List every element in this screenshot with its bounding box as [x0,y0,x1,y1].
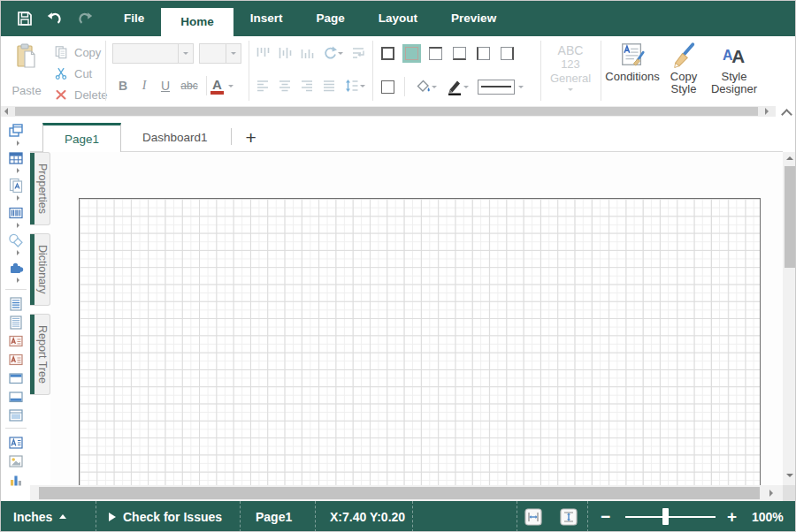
border-none-button[interactable] [402,44,421,63]
copy-style-button[interactable]: Copy Style [664,40,703,103]
toolbox-item-panel[interactable] [1,406,30,424]
horizontal-scrollbar-thumb[interactable] [39,487,760,499]
strikethrough-button[interactable]: abc [176,75,203,96]
border-bottom-button[interactable] [450,44,469,63]
fill-color-button[interactable] [412,78,439,95]
toolbox-item-topband[interactable] [1,369,30,387]
check-for-issues-button[interactable]: Check for Issues [109,501,222,532]
align-middle-button[interactable] [276,44,294,62]
add-page-button[interactable]: + [233,123,269,152]
align-right-button[interactable] [298,77,316,95]
scroll-right-icon[interactable] [765,108,769,115]
expand-arrow-icon[interactable] [17,141,19,146]
toolbox-item-databand[interactable] [1,331,30,350]
scroll-down-icon[interactable] [786,474,793,477]
toolbox-item-windows[interactable] [1,121,30,148]
bold-button[interactable]: B [112,75,134,96]
current-page-indicator[interactable]: Page1 [256,501,292,532]
toolbox-item-puzzle[interactable] [1,258,30,285]
style-designer-button[interactable]: A A Style Designer [707,40,762,103]
ribbon-scrollbar-thumb[interactable] [15,107,758,116]
side-panel-tab-report-tree[interactable]: Report Tree [30,314,50,395]
toolbox-item-banddoc[interactable] [1,294,30,313]
scroll-right-icon[interactable] [769,490,773,497]
delete-button[interactable]: Delete [54,86,108,103]
document-tab-dashboard1[interactable]: Dashboard1 [121,123,229,152]
word-wrap-button[interactable] [349,44,367,62]
toolbox-item-barcode[interactable] [1,203,30,231]
menu-item-layout[interactable]: Layout [362,1,434,36]
collapse-ribbon-icon[interactable] [781,109,792,120]
border-left-button[interactable] [474,44,493,63]
align-justify-button[interactable] [320,77,338,95]
toolbox-item-table[interactable] [1,148,30,176]
font-size-select[interactable] [199,43,241,64]
font-family-dropdown-button[interactable] [178,44,193,63]
font-color-letter: A [210,78,224,95]
style-designer-label-line1: Style [722,71,747,83]
redo-button[interactable] [70,1,100,36]
undo-button[interactable] [40,1,70,36]
units-selector[interactable]: Inches [13,501,66,532]
copy-button[interactable]: Copy [54,43,101,61]
align-center-button[interactable] [276,77,294,95]
menu-item-home[interactable]: Home [161,8,233,36]
align-top-button[interactable] [254,44,272,62]
paste-button[interactable]: Paste [6,41,47,101]
toolbox-item-copytext[interactable] [1,176,30,203]
fit-page-width-button[interactable] [524,501,542,532]
alignment-group [249,36,372,105]
number-format-button[interactable]: ABC 123 General [540,36,601,105]
vertical-scrollbar-thumb[interactable] [785,166,795,268]
expand-arrow-icon[interactable] [17,277,19,283]
cut-button[interactable]: Cut [54,65,92,82]
horizontal-scrollbar[interactable] [30,485,783,501]
rotate-text-button[interactable] [320,44,345,62]
border-top-button[interactable] [426,44,445,63]
expand-arrow-icon[interactable] [17,223,19,228]
design-canvas[interactable] [50,152,783,485]
side-panel-tab-dictionary[interactable]: Dictionary [30,233,50,306]
border-outline-button[interactable] [379,78,397,96]
line-spacing-button[interactable] [342,77,367,95]
border-right-button[interactable] [498,44,517,63]
scroll-up-icon[interactable] [786,156,793,160]
border-style-select[interactable] [478,80,524,95]
border-all-button[interactable] [379,44,397,63]
expand-arrow-icon[interactable] [17,195,19,201]
toolbox-item-databand2[interactable] [1,350,30,369]
menu-item-page[interactable]: Page [300,1,362,36]
toolbox-item-shapes[interactable] [1,231,30,258]
font-family-select[interactable] [112,43,194,64]
vertical-scrollbar[interactable] [783,152,796,485]
svg-text:A: A [731,46,745,66]
toolbox-item-chart[interactable] [1,470,30,489]
underline-button[interactable]: U [155,75,176,96]
save-button[interactable] [10,1,40,36]
menu-item-file[interactable]: File [107,1,161,36]
border-color-button[interactable] [444,78,471,95]
menu-item-preview[interactable]: Preview [434,1,513,36]
expand-arrow-icon[interactable] [17,250,19,255]
toolbox-item-text[interactable] [1,433,30,452]
scroll-left-icon[interactable] [4,108,8,115]
expand-arrow-icon[interactable] [17,168,19,173]
toolbox-item-image[interactable] [1,452,30,470]
zoom-out-button[interactable]: − [601,501,610,532]
fit-page-height-button[interactable] [560,501,578,532]
document-tab-page1[interactable]: Page1 [42,123,121,152]
font-color-button[interactable]: A [210,78,233,95]
zoom-slider-thumb[interactable] [662,508,669,525]
side-panel-tab-properties[interactable]: Properties [30,152,50,225]
conditions-button[interactable]: Conditions [604,40,661,103]
zoom-in-button[interactable]: + [727,501,737,532]
toolbox-item-bottomband[interactable] [1,387,30,406]
zoom-slider-track[interactable] [625,516,716,518]
align-bottom-button[interactable] [298,44,316,62]
toolbox-item-banddoc2[interactable] [1,313,30,331]
align-left-button[interactable] [254,77,272,95]
menu-item-insert[interactable]: Insert [233,1,300,36]
report-page-grid[interactable] [79,198,761,485]
italic-button[interactable]: I [134,75,155,96]
font-size-dropdown-button[interactable] [226,44,241,63]
